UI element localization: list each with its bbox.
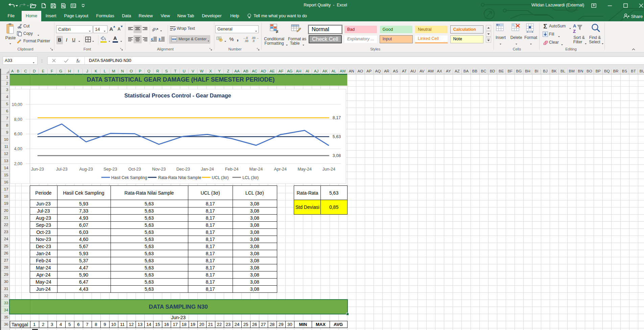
svg-text:Jan-24: Jan-24 [201, 167, 214, 172]
svg-text:LCL (3σ): LCL (3σ) [242, 175, 259, 180]
svg-text:10,00: 10,00 [12, 102, 22, 107]
svg-text:Jun-23: Jun-23 [31, 167, 44, 172]
svg-text:8,00: 8,00 [14, 117, 22, 122]
svg-text:2,00: 2,00 [14, 161, 22, 166]
svg-text:Oct-23: Oct-23 [128, 167, 141, 172]
svg-text:Rata-Rata Nilai Sample: Rata-Rata Nilai Sample [158, 175, 201, 180]
svg-text:5,63: 5,63 [333, 134, 341, 139]
svg-text:Mar-24: Mar-24 [249, 167, 263, 172]
svg-text:4,00: 4,00 [14, 147, 22, 151]
svg-text:May-24: May-24 [297, 167, 312, 172]
svg-text:.0: .0 [252, 39, 255, 42]
svg-text:Dec-23: Dec-23 [176, 167, 190, 172]
svg-text:A: A [573, 23, 576, 28]
svg-text:Jun-24: Jun-24 [323, 167, 335, 172]
svg-text:8,17: 8,17 [333, 115, 341, 120]
svg-text:Aug-23: Aug-23 [79, 167, 93, 172]
svg-text:Feb-24: Feb-24 [225, 167, 239, 172]
svg-text:Sep-23: Sep-23 [103, 167, 117, 172]
svg-text:UCL (3σ): UCL (3σ) [212, 175, 229, 180]
svg-text:Apr-24: Apr-24 [274, 167, 287, 172]
svg-text:6,00: 6,00 [14, 132, 22, 136]
svg-text:Statistical Proces Control - G: Statistical Proces Control - Gear Damage [124, 92, 231, 98]
svg-text:→: → [256, 36, 259, 40]
svg-text:Nov-23: Nov-23 [152, 167, 166, 172]
svg-text:Z: Z [573, 29, 576, 34]
svg-text:.00: .00 [244, 39, 248, 42]
svg-text:ab: ab [152, 26, 157, 32]
svg-text:Jul-23: Jul-23 [56, 167, 68, 172]
svg-text:3,08: 3,08 [333, 153, 341, 158]
svg-text:≠: ≠ [276, 29, 278, 34]
svg-text:Hasil Cek Sampling: Hasil Cek Sampling [111, 175, 147, 180]
